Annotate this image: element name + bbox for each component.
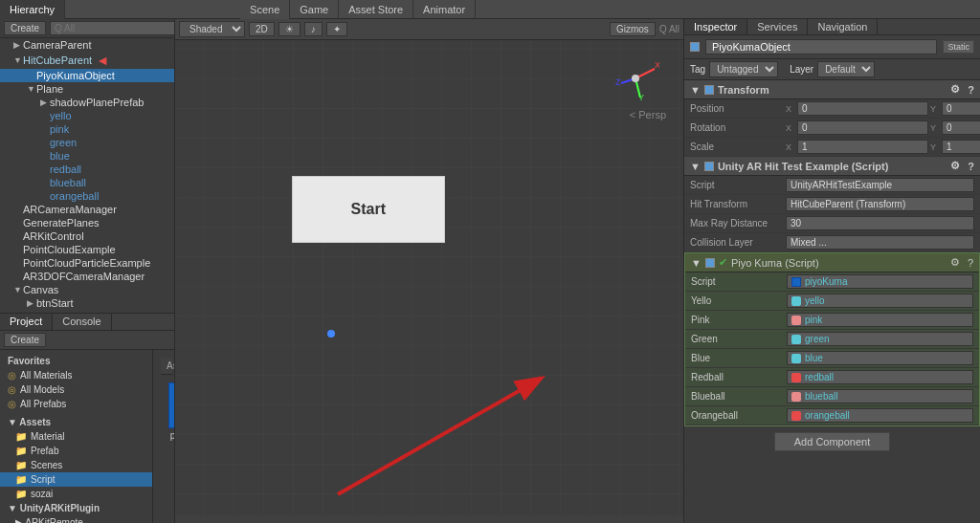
arrow-icon: ▶ — [40, 98, 50, 107]
tab-project[interactable]: Project — [0, 314, 53, 330]
field-dot — [791, 392, 801, 402]
piyo-fields-container: Yello yello Pink pink Green green Blue b… — [685, 292, 979, 425]
max-ray-field[interactable] — [786, 216, 974, 230]
create-button[interactable]: Create — [4, 21, 46, 35]
sidebar-all-models[interactable]: ◎ All Models — [0, 382, 152, 397]
transform-settings-icon[interactable]: ⚙ — [950, 83, 960, 96]
scene-view[interactable]: Start X Y Z — [175, 40, 683, 523]
scale-y[interactable] — [942, 140, 980, 154]
hierarchy-item-green[interactable]: green — [0, 136, 174, 149]
hierarchy-item-yello[interactable]: yello — [0, 109, 174, 122]
hierarchy-item-eventsystem[interactable]: EventSystem — [0, 310, 174, 311]
2d-button[interactable]: 2D — [249, 22, 275, 36]
tab-inspector[interactable]: Inspector — [684, 19, 747, 34]
piyo-kuma-header: ▼ ✔ Piyo Kuma (Script) ⚙ ? — [685, 253, 979, 272]
ar-hit-script-field[interactable]: UnityARHitTestExample — [786, 178, 974, 192]
arrow-icon: ▼ — [27, 84, 36, 94]
sidebar-script[interactable]: 📁 Script — [0, 472, 152, 487]
hierarchy-item-cameraparent[interactable]: ▶ CameraParent — [0, 38, 174, 52]
hierarchy-item-generateplanes[interactable]: GeneratePlanes — [0, 216, 174, 229]
sidebar-all-materials[interactable]: ◎ All Materials — [0, 368, 152, 382]
layer-dropdown[interactable]: Default — [817, 61, 875, 77]
sidebar-unityarkitplugin[interactable]: ▼ UnityARKitPlugin — [0, 501, 152, 515]
hierarchy-item-pointcloudexample[interactable]: PointCloudExample — [0, 243, 174, 256]
tab-services[interactable]: Services — [747, 19, 808, 34]
sidebar-prefab[interactable]: 📁 Prefab — [0, 444, 152, 458]
transform-help-icon[interactable]: ? — [968, 84, 974, 96]
piyo-checkbox[interactable] — [705, 258, 715, 268]
gizmos-button[interactable]: Gizmos — [610, 22, 656, 36]
arrow-icon: ▶ — [27, 298, 36, 308]
transform-component: ▼ Transform ⚙ ? Position X Y Z — [684, 80, 980, 157]
tab-console[interactable]: Console — [53, 314, 111, 330]
scene-scrollbar[interactable] — [175, 515, 683, 523]
inspector-tab-bar: Inspector Services Navigation — [684, 19, 980, 35]
sidebar-sozai[interactable]: 📁 sozai — [0, 487, 152, 501]
ar-hit-settings-icon[interactable]: ⚙ — [950, 160, 960, 172]
active-checkbox[interactable] — [690, 42, 700, 52]
project-create-button[interactable]: Create — [4, 333, 46, 347]
hierarchy-item-redball[interactable]: redball — [0, 163, 174, 176]
hierarchy-toolbar: Create — [0, 19, 174, 38]
piyo-script-field[interactable]: piyoKuma — [787, 274, 973, 289]
hierarchy-item-btnstart[interactable]: ▶ btnStart — [0, 296, 174, 310]
sidebar-arkitremote[interactable]: ▶ ARKitRemote — [0, 515, 152, 523]
hierarchy-search-input[interactable] — [50, 21, 174, 35]
shading-dropdown[interactable]: Shaded — [179, 21, 245, 37]
tab-animator[interactable]: Animator — [413, 0, 476, 19]
piyo-field-yello: Yello yello — [685, 292, 979, 311]
sidebar-all-prefabs[interactable]: ◎ All Prefabs — [0, 397, 152, 411]
project-main-area: Assets ▶ Script C# piyoKuma スクリプトをセットする — [153, 350, 174, 523]
transform-checkbox[interactable] — [704, 85, 714, 95]
hierarchy-item-shadowplane[interactable]: ▶ shadowPlanePrefab — [0, 96, 174, 109]
scene-toolbar: Shaded 2D ☀ ♪ ✦ Gizmos Q All — [175, 19, 683, 40]
cs-icon: C# — [168, 382, 174, 428]
ar-hit-help-icon[interactable]: ? — [968, 161, 974, 172]
hierarchy-item-pink[interactable]: pink — [0, 122, 174, 136]
hierarchy-item-piyokumaobject[interactable]: PiyoKumaObject — [0, 69, 174, 82]
ar-hit-checkbox[interactable] — [704, 162, 714, 171]
sidebar-scenes[interactable]: 📁 Scenes — [0, 458, 152, 472]
tab-hierarchy[interactable]: Hierarchy — [0, 0, 65, 19]
sidebar-material[interactable]: 📁 Material — [0, 429, 152, 444]
object-name-field[interactable] — [705, 39, 937, 54]
inspector-object-header: Static — [684, 35, 980, 59]
script-file-label: piyoKuma — [170, 430, 174, 441]
piyo-script-row: Script piyoKuma — [685, 272, 979, 292]
hierarchy-item-arcameramanager[interactable]: ARCameraManager — [0, 203, 174, 216]
piyo-help-icon[interactable]: ? — [968, 257, 973, 269]
collision-layer-field[interactable]: Mixed ... — [786, 235, 974, 250]
scale-x[interactable] — [797, 140, 928, 154]
hierarchy-item-canvas[interactable]: ▼ Canvas — [0, 283, 174, 296]
hierarchy-item-pointcloudparticle[interactable]: PointCloudParticleExample — [0, 256, 174, 270]
hierarchy-item-plane[interactable]: ▼ Plane — [0, 82, 174, 96]
hit-transform-field[interactable]: HitCubeParent (Transform) — [786, 197, 974, 211]
tab-game[interactable]: Game — [290, 0, 339, 19]
tab-scene[interactable]: Scene — [240, 0, 290, 19]
hierarchy-item-hitcubeparent[interactable]: ▼ HitCubeParent ◄ — [0, 52, 174, 69]
effects-button[interactable]: ✦ — [326, 22, 347, 36]
hit-transform-row: Hit Transform HitCubeParent (Transform) — [684, 195, 980, 214]
hierarchy-item-blue[interactable]: blue — [0, 149, 174, 163]
hierarchy-item-arkitcontrol[interactable]: ARKitControl — [0, 229, 174, 243]
field-dot — [791, 354, 801, 363]
piyo-field-redball: Redball redball — [685, 368, 979, 387]
scale-xyz: X Y Z — [786, 140, 980, 154]
static-badge[interactable]: Static — [943, 40, 974, 54]
hierarchy-item-blueball[interactable]: blueball — [0, 176, 174, 189]
tab-asset-store[interactable]: Asset Store — [339, 0, 413, 19]
rotation-x[interactable] — [797, 120, 928, 135]
rotation-y[interactable] — [942, 120, 980, 135]
inspector-tag-row: Tag Untagged Layer Default — [684, 59, 980, 80]
audio-button[interactable]: ♪ — [304, 22, 323, 36]
position-x[interactable] — [797, 101, 928, 116]
piyo-settings-icon[interactable]: ⚙ — [950, 256, 960, 269]
position-y[interactable] — [942, 101, 980, 116]
add-component-button[interactable]: Add Component — [774, 432, 891, 451]
tab-navigation[interactable]: Navigation — [808, 19, 878, 34]
hierarchy-item-ar3dof[interactable]: AR3DOFCameraManager — [0, 270, 174, 283]
hierarchy-item-orangeball[interactable]: orangeball — [0, 189, 174, 203]
light-button[interactable]: ☀ — [278, 22, 301, 36]
script-file-piyokuma[interactable]: C# piyoKuma — [168, 382, 174, 449]
tag-dropdown[interactable]: Untagged — [709, 61, 778, 77]
